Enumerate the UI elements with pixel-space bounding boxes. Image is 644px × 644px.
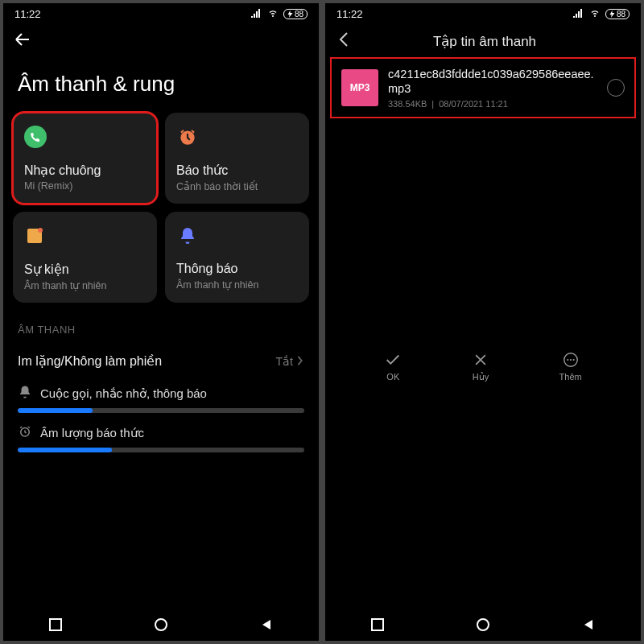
status-right: 88 bbox=[251, 8, 308, 20]
ok-button[interactable]: OK bbox=[384, 351, 402, 382]
file-date: 08/07/2021 11:21 bbox=[439, 99, 508, 109]
notif-label: Thông báo bbox=[176, 262, 298, 276]
svg-point-9 bbox=[570, 359, 572, 361]
status-bar-right: 11:22 88 bbox=[325, 3, 641, 23]
volume-alarm-block: Âm lượng báo thức bbox=[3, 418, 319, 457]
dnd-value: Tắt bbox=[276, 355, 304, 368]
svg-point-12 bbox=[477, 619, 489, 630]
android-navbar bbox=[3, 607, 319, 641]
calendar-icon bbox=[24, 225, 47, 247]
status-time: 11:22 bbox=[14, 8, 41, 20]
volume-calls-fill bbox=[18, 408, 93, 413]
svg-point-8 bbox=[567, 359, 568, 361]
svg-rect-5 bbox=[50, 619, 61, 630]
events-card[interactable]: Sự kiện Âm thanh tự nhiên bbox=[13, 212, 157, 303]
file-name: c4211ec8d3fddde1c039a629586eeaee.mp3 bbox=[388, 67, 597, 96]
chevron-right-icon bbox=[296, 355, 304, 368]
android-navbar-right bbox=[325, 607, 641, 641]
alarm-outline-icon bbox=[18, 424, 32, 441]
nav-home-button-right[interactable] bbox=[475, 617, 491, 633]
nav-back-button-right[interactable] bbox=[580, 617, 597, 633]
signal-icon bbox=[573, 8, 584, 20]
nav-recent-button-right[interactable] bbox=[369, 617, 386, 633]
volume-alarm-fill bbox=[18, 448, 112, 452]
svg-point-0 bbox=[24, 126, 47, 148]
volume-alarm-label: Âm lượng báo thức bbox=[40, 426, 144, 440]
alarm-sub: Cảnh báo thời tiết bbox=[176, 180, 298, 192]
ok-label: OK bbox=[386, 372, 399, 382]
meta-separator: | bbox=[431, 99, 434, 109]
alarm-label: Báo thức bbox=[176, 163, 298, 178]
ringtone-label: Nhạc chuông bbox=[24, 163, 146, 178]
wifi-icon bbox=[589, 8, 601, 20]
file-meta: 338.54KB | 08/07/2021 11:21 bbox=[388, 99, 597, 109]
file-info: c4211ec8d3fddde1c039a629586eeaee.mp3 338… bbox=[388, 67, 597, 109]
wifi-icon bbox=[267, 8, 279, 20]
bottom-action-bar: OK Hủy Thêm bbox=[325, 341, 641, 387]
volume-calls-label-row: Cuộc gọi, nhắc nhở, thông báo bbox=[18, 385, 304, 402]
bell-icon bbox=[176, 225, 199, 247]
alarm-clock-icon bbox=[176, 126, 199, 148]
file-size: 338.54KB bbox=[388, 99, 427, 109]
back-button-right[interactable] bbox=[335, 30, 354, 52]
nav-recent-button[interactable] bbox=[47, 617, 64, 633]
audio-file-row[interactable]: MP3 c4211ec8d3fddde1c039a629586eeaee.mp3… bbox=[332, 59, 634, 117]
dnd-row[interactable]: Im lặng/Không làm phiền Tắt bbox=[3, 344, 319, 378]
section-sound-header: ÂM THANH bbox=[3, 303, 319, 344]
sound-cards-grid: Nhạc chuông Mi (Remix) Báo thức Cảnh báo… bbox=[3, 113, 319, 303]
ringtone-sub: Mi (Remix) bbox=[24, 180, 146, 192]
ringtone-card[interactable]: Nhạc chuông Mi (Remix) bbox=[13, 113, 157, 204]
filepicker-title: Tập tin âm thanh bbox=[354, 33, 615, 50]
phone-sound-settings: 11:22 88 Âm thanh & rung Nhạc chuông bbox=[3, 3, 319, 641]
nav-back-button[interactable] bbox=[258, 617, 275, 633]
close-icon bbox=[472, 351, 489, 369]
topbar-right: Tập tin âm thanh bbox=[325, 23, 641, 54]
more-icon bbox=[562, 351, 580, 369]
signal-icon bbox=[251, 8, 262, 20]
battery-indicator-right: 88 bbox=[605, 9, 630, 19]
phone-icon bbox=[24, 126, 47, 148]
cancel-button[interactable]: Hủy bbox=[472, 351, 489, 382]
alarm-card[interactable]: Báo thức Cảnh báo thời tiết bbox=[165, 113, 309, 204]
back-button[interactable] bbox=[13, 30, 32, 52]
volume-calls-block: Cuộc gọi, nhắc nhở, thông báo bbox=[3, 378, 319, 418]
status-bar: 11:22 88 bbox=[3, 3, 319, 23]
svg-point-6 bbox=[155, 619, 167, 630]
more-button[interactable]: Thêm bbox=[559, 351, 582, 382]
svg-point-3 bbox=[38, 228, 43, 233]
svg-point-10 bbox=[572, 359, 574, 361]
events-sub: Âm thanh tự nhiên bbox=[24, 279, 146, 291]
cancel-label: Hủy bbox=[473, 372, 489, 382]
svg-rect-11 bbox=[372, 619, 383, 630]
dnd-value-text: Tắt bbox=[276, 355, 293, 368]
volume-calls-slider[interactable] bbox=[18, 408, 304, 413]
bell-outline-icon bbox=[18, 385, 32, 402]
check-icon bbox=[384, 351, 402, 369]
topbar bbox=[3, 23, 319, 54]
notification-card[interactable]: Thông báo Âm thanh tự nhiên bbox=[165, 212, 309, 303]
battery-indicator: 88 bbox=[283, 9, 308, 19]
volume-alarm-slider[interactable] bbox=[18, 448, 304, 452]
battery-value-right: 88 bbox=[617, 10, 625, 19]
mp3-badge: MP3 bbox=[341, 69, 378, 106]
file-select-radio[interactable] bbox=[607, 79, 625, 97]
phone-file-picker: 11:22 88 Tập tin âm thanh MP3 c4211ec8d3… bbox=[325, 3, 641, 641]
nav-home-button[interactable] bbox=[153, 617, 169, 633]
status-time-right: 11:22 bbox=[336, 8, 363, 20]
more-label: Thêm bbox=[559, 372, 582, 382]
notif-sub: Âm thanh tự nhiên bbox=[176, 279, 298, 291]
dnd-label: Im lặng/Không làm phiền bbox=[18, 353, 162, 369]
volume-alarm-label-row: Âm lượng báo thức bbox=[18, 424, 304, 441]
volume-calls-label: Cuộc gọi, nhắc nhở, thông báo bbox=[40, 386, 207, 401]
battery-value: 88 bbox=[295, 10, 303, 19]
events-label: Sự kiện bbox=[24, 262, 146, 277]
status-right-right: 88 bbox=[573, 8, 630, 20]
page-title: Âm thanh & rung bbox=[3, 54, 319, 113]
